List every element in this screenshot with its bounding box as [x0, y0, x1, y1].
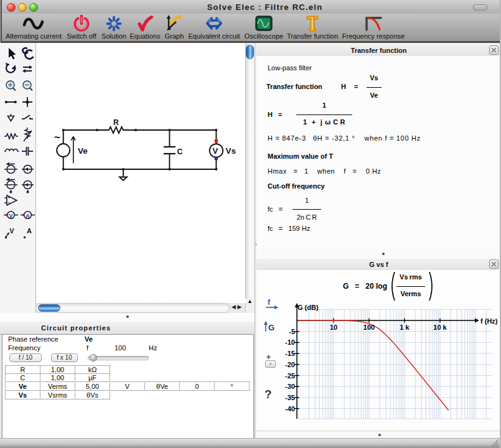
svg-text:-25: -25	[285, 372, 295, 380]
svg-text:1 k: 1 k	[400, 324, 410, 331]
svg-text:-40: -40	[285, 405, 295, 413]
svg-text:R: R	[113, 118, 119, 127]
svg-text:10: 10	[330, 324, 337, 331]
svg-text:A: A	[26, 213, 30, 219]
svg-text:V: V	[9, 227, 14, 235]
svg-text:-30: -30	[285, 383, 295, 390]
svg-text:Vs: Vs	[226, 146, 236, 156]
svg-text:-15: -15	[285, 350, 295, 357]
svg-text:V: V	[9, 213, 12, 219]
svg-text:100: 100	[363, 324, 375, 331]
svg-text:-10: -10	[285, 338, 295, 346]
svg-text:Ve: Ve	[78, 146, 88, 156]
svg-text:-35: -35	[285, 394, 295, 401]
svg-text:f (Hz): f (Hz)	[480, 317, 498, 325]
svg-text:A: A	[27, 227, 32, 235]
svg-text:-5: -5	[289, 328, 295, 335]
svg-text:G (dB): G (dB)	[297, 304, 319, 311]
svg-text:10 k: 10 k	[433, 324, 447, 331]
svg-text:~: ~	[54, 131, 60, 143]
svg-text:-20: -20	[285, 361, 295, 368]
svg-text:C: C	[177, 147, 183, 156]
svg-text:V: V	[213, 146, 218, 156]
